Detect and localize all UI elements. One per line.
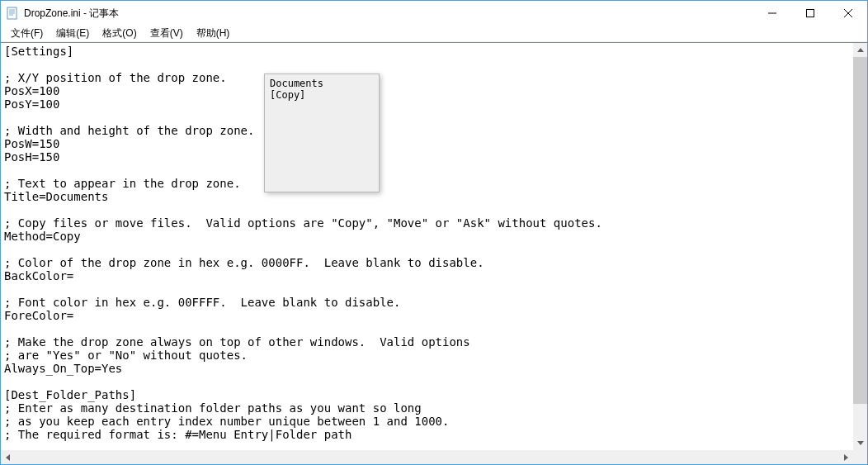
titlebar[interactable]: DropZone.ini - 记事本 [1,1,867,26]
horizontal-scrollbar[interactable] [1,450,853,464]
menu-file[interactable]: 文件(F) [4,25,50,42]
svg-rect-6 [807,10,814,17]
scroll-left-button[interactable] [1,450,15,464]
vertical-scrollbar[interactable] [853,43,867,450]
window-controls [753,1,867,26]
menu-format[interactable]: 格式(O) [96,25,143,42]
scroll-down-button[interactable] [853,436,867,450]
maximize-button[interactable] [791,1,829,26]
editor-area: [Settings] ; X/Y position of the drop zo… [1,42,867,464]
scrollbar-corner [853,450,867,464]
scroll-up-button[interactable] [853,43,867,57]
notepad-icon [6,7,19,20]
menu-view[interactable]: 查看(V) [144,25,190,42]
menu-edit[interactable]: 编辑(E) [50,25,96,42]
dropzone-title: Documents [270,78,374,89]
text-editor[interactable]: [Settings] ; X/Y position of the drop zo… [1,43,853,450]
window-title: DropZone.ini - 记事本 [24,7,119,21]
close-button[interactable] [829,1,867,26]
vertical-scroll-thumb[interactable] [853,57,867,404]
minimize-button[interactable] [753,1,791,26]
dropzone-window[interactable]: Documents [Copy] [264,74,380,192]
dropzone-method: [Copy] [270,89,374,101]
notepad-window: DropZone.ini - 记事本 文件(F) 编辑(E) 格式(O) 查看(… [0,0,868,465]
menubar: 文件(F) 编辑(E) 格式(O) 查看(V) 帮助(H) [1,26,867,42]
scroll-right-button[interactable] [839,450,853,464]
menu-help[interactable]: 帮助(H) [190,25,237,42]
